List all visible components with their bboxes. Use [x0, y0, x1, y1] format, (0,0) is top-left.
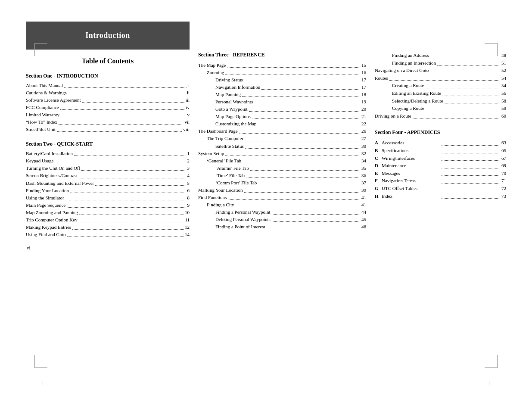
section-four-heading: Section Four - APPENDICES: [375, 129, 506, 136]
toc-row: ‘Comm Port’ File Tab 37: [198, 179, 366, 187]
toc-row: System Setup 32: [198, 150, 366, 157]
toc-row: Screen Brightness/Contrast 4: [26, 172, 190, 179]
toc-row: Finding a Point of Interest 46: [198, 223, 366, 230]
toc-row: D Maintenance 69: [375, 162, 506, 170]
toc-row: Main Page Sequence 9: [26, 202, 190, 209]
toc-row: Copying a Route 59: [375, 105, 506, 112]
toc-row: Making Keypad Entries 12: [26, 224, 190, 231]
toc-row: Limited Warranty v: [26, 111, 190, 118]
corner-mark-tl: [34, 43, 47, 56]
section-one-heading: Section One - INTRODUCTION: [26, 73, 190, 79]
corner-mark-bl: [34, 355, 47, 368]
toc-row: Customizing the Map 22: [198, 120, 366, 128]
section-two-heading: Section Two - QUICK-START: [26, 141, 190, 147]
section-three-right-entries: Finding an Address 48 Finding an Interse…: [375, 52, 506, 120]
toc-row: Find Functions 41: [198, 194, 366, 201]
toc-row: B Specifications 65: [375, 147, 506, 155]
toc-row: Finding an Intersection 51: [375, 59, 506, 67]
toc-row: G UTC Offset Tables 72: [375, 185, 506, 193]
toc-row: E Messages 70: [375, 170, 506, 177]
page: Introduction Table of Contents Section O…: [0, 0, 532, 411]
toc-row: Routes 54: [375, 75, 506, 82]
content-area: Introduction Table of Contents Section O…: [26, 22, 506, 250]
toc-row: The Trip Computer 27: [198, 135, 366, 142]
toc-row: ‘Time’ File Tab 36: [198, 172, 366, 179]
toc-row: Battery/Card Installation 1: [26, 150, 190, 157]
toc-row: About This Manual i: [26, 82, 190, 89]
section-three-heading: Section Three - REFERENCE: [198, 52, 366, 58]
section-three-entries: The Map Page 15 Zooming 16 Driving Statu…: [198, 62, 366, 230]
toc-row: Zooming 16: [198, 69, 366, 76]
toc-row: Finding a City 41: [198, 201, 366, 209]
toc-row: Satellite Status 30: [198, 143, 366, 150]
toc-row: H Index 73: [375, 193, 506, 200]
toc-row: Trip Computer Option Key 11: [26, 216, 190, 224]
toc-row: Map Zooming and Panning 10: [26, 209, 190, 216]
toc-row: Using the Simulator 8: [26, 194, 190, 202]
toc-row: Map Panning 18: [198, 91, 366, 98]
toc-row: Software License Agreement iii: [26, 97, 190, 104]
bottom-mark-left: [34, 381, 43, 385]
section-one-entries: About This Manual i Cautions & Warnings …: [26, 82, 190, 133]
toc-row: Turning the Unit On and Off 3: [26, 165, 190, 172]
toc-row: StreetPilot Unit viii: [26, 126, 190, 133]
middle-column: Section Three - REFERENCE The Map Page 1…: [198, 22, 366, 250]
toc-row: F Navigation Terms 71: [375, 177, 506, 185]
toc-row: Selecting/Deleting a Route 58: [375, 97, 506, 105]
toc-row: FCC Compliance iv: [26, 104, 190, 111]
section-two-entries: Battery/Card Installation 1 Keypad Usage…: [26, 150, 190, 238]
toc-row: The Map Page 15: [198, 62, 366, 69]
section-four-entries: A Accessories 63 B Specifications 65 C W…: [375, 139, 506, 200]
toc-row: Cautions & Warnings ii: [26, 89, 190, 97]
left-column: Introduction Table of Contents Section O…: [26, 22, 190, 250]
toc-row: Map Page Options 21: [198, 113, 366, 120]
toc-row: ‘Alarms’ File Tab 35: [198, 165, 366, 172]
toc-row: Editing an Existing Route 56: [375, 90, 506, 97]
corner-mark-tr: [485, 43, 498, 56]
toc-row: Navigating on a Direct Goto 52: [375, 67, 506, 75]
toc-row: Creating a Route 54: [375, 82, 506, 90]
toc-row: Driving on a Route 60: [375, 112, 506, 120]
corner-mark-br: [485, 355, 498, 368]
toc-row: Dash Mounting and External Power 5: [26, 180, 190, 187]
toc-row: Personal Waypoints 19: [198, 98, 366, 106]
intro-header-text: Introduction: [85, 31, 130, 40]
toc-row: Using Find and Goto 14: [26, 231, 190, 238]
toc-row: Navigation Information 17: [198, 84, 366, 91]
toc-title: Table of Contents: [26, 57, 190, 65]
toc-row: The Dashboard Page 26: [198, 128, 366, 135]
toc-row: A Accessories 63: [375, 139, 506, 147]
toc-row: C Wiring/Interfaces 67: [375, 155, 506, 162]
bottom-mark-right: [489, 381, 498, 385]
toc-row: Finding a Personal Waypoint 44: [198, 209, 366, 216]
intro-header: Introduction: [26, 22, 190, 50]
toc-row: Goto a Waypoint 20: [198, 106, 366, 113]
page-number: vi: [26, 245, 190, 250]
toc-row: Marking Your Location 39: [198, 187, 366, 194]
toc-row: ‘General’ File Tab 34: [198, 157, 366, 165]
toc-row: “How To” Index vii: [26, 118, 190, 126]
toc-row: Finding Your Location 6: [26, 187, 190, 194]
toc-row: Deleting Personal Waypoints 45: [198, 216, 366, 223]
toc-row: Keypad Usage 2: [26, 157, 190, 165]
toc-row: Driving Status 17: [198, 76, 366, 84]
